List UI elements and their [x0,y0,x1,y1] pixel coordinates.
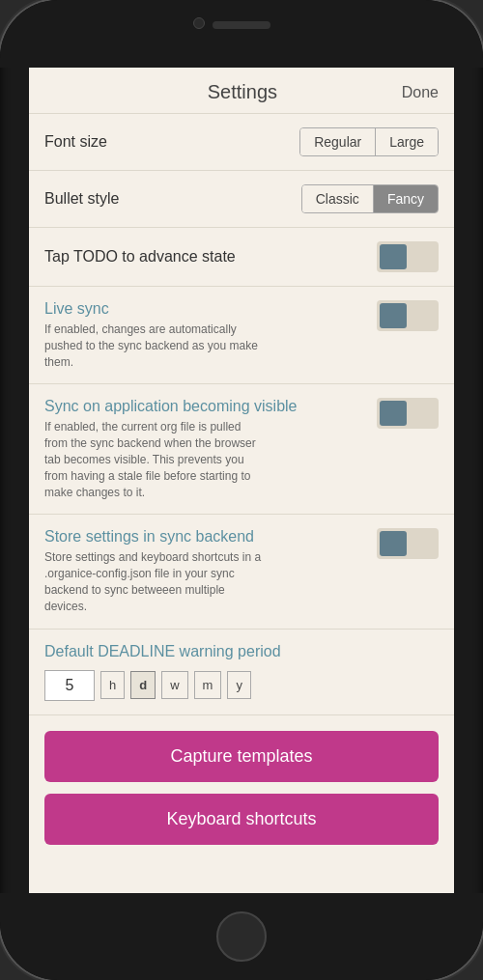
deadline-label: Default DEADLINE warning period [44,643,439,660]
store-settings-left: Store settings in sync backend Store set… [44,528,377,614]
bullet-style-row: Bullet style Classic Fancy [29,171,454,228]
phone-top [0,0,483,68]
phone-bottom [0,893,483,980]
deadline-input[interactable] [44,670,95,701]
live-sync-left: Live sync If enabled, changes are automa… [44,300,377,370]
capture-templates-button[interactable]: Capture templates [44,731,439,782]
deadline-unit-h[interactable]: h [100,671,125,699]
sync-visible-desc: If enabled, the current org file is pull… [44,419,267,500]
tap-todo-label: Tap TODO to advance state [44,248,236,266]
deadline-unit-w[interactable]: w [161,671,187,699]
store-settings-thumb [380,531,407,556]
font-size-regular-btn[interactable]: Regular [300,128,375,155]
bullet-classic-btn[interactable]: Classic [302,185,373,212]
action-buttons: Capture templates Keyboard shortcuts [29,715,454,860]
sync-visible-label: Sync on application becoming visible [44,398,367,415]
sync-visible-toggle[interactable] [377,398,439,429]
live-sync-toggle[interactable] [377,300,439,331]
font-size-row: Font size Regular Large [29,114,454,171]
font-size-large-btn[interactable]: Large [375,128,438,155]
settings-header: Settings Done [29,68,454,114]
store-settings-desc: Store settings and keyboard shortcuts in… [44,549,267,614]
tap-todo-thumb [380,244,407,269]
home-button[interactable] [216,911,267,962]
camera-icon [193,17,205,29]
deadline-controls: h d w m y [44,670,439,701]
bullet-fancy-btn[interactable]: Fancy [373,185,438,212]
done-button[interactable]: Done [402,84,439,101]
tap-todo-toggle[interactable] [377,241,439,272]
deadline-unit-d[interactable]: d [130,671,156,699]
speaker [213,21,270,29]
phone-frame: Settings Done Font size Regular Large Bu… [0,0,483,980]
sync-visible-row: Sync on application becoming visible If … [29,384,454,515]
tap-todo-row: Tap TODO to advance state [29,228,454,287]
settings-body: Font size Regular Large Bullet style Cla… [29,114,454,893]
store-settings-toggle[interactable] [377,528,439,559]
font-size-label: Font size [44,133,107,151]
sync-visible-left: Sync on application becoming visible If … [44,398,377,500]
store-settings-row: Store settings in sync backend Store set… [29,515,454,629]
sync-visible-thumb [380,401,407,426]
deadline-unit-m[interactable]: m [194,671,222,699]
deadline-section: Default DEADLINE warning period h d w m … [29,630,454,715]
bullet-style-segmented: Classic Fancy [301,184,439,213]
bullet-style-label: Bullet style [44,190,119,208]
live-sync-row: Live sync If enabled, changes are automa… [29,287,454,384]
deadline-unit-y[interactable]: y [227,671,251,699]
store-settings-label: Store settings in sync backend [44,528,367,546]
keyboard-shortcuts-button[interactable]: Keyboard shortcuts [44,794,439,845]
live-sync-label: Live sync [44,300,367,318]
live-sync-desc: If enabled, changes are automatically pu… [44,322,267,370]
settings-title: Settings [83,81,402,103]
live-sync-thumb [380,303,407,328]
font-size-segmented: Regular Large [299,127,439,156]
screen: Settings Done Font size Regular Large Bu… [29,68,454,893]
